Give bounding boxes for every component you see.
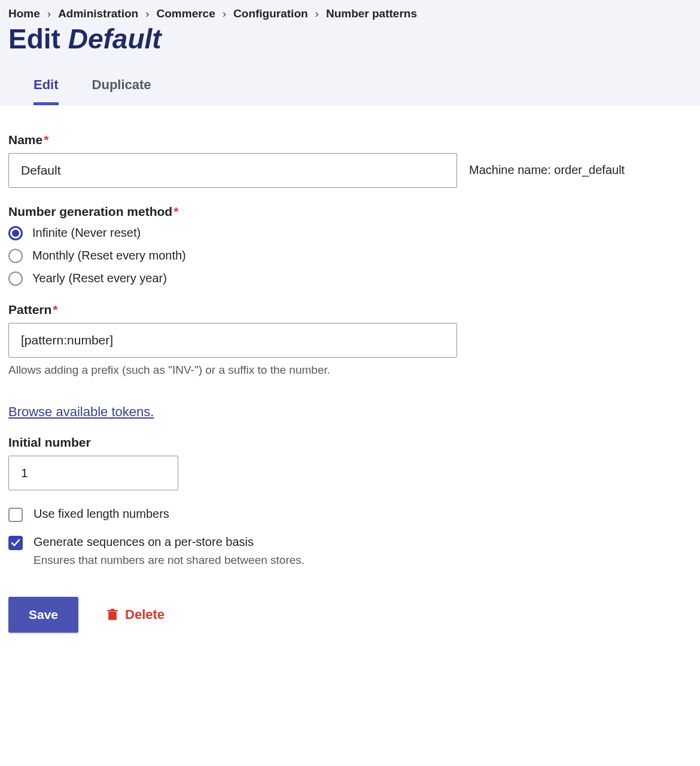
radio-monthly[interactable] [8, 249, 23, 263]
breadcrumb: Home › Administration › Commerce › Confi… [8, 7, 692, 20]
machine-name-label: Machine name: [469, 163, 554, 176]
initial-number-field[interactable] [8, 456, 178, 490]
breadcrumb-item-administration[interactable]: Administration [58, 7, 138, 20]
check-icon [11, 538, 20, 548]
chevron-right-icon: › [44, 7, 54, 20]
browse-tokens-link[interactable]: Browse available tokens. [8, 404, 154, 420]
svg-rect-0 [108, 612, 117, 620]
chevron-right-icon: › [142, 7, 153, 20]
chevron-right-icon: › [219, 7, 230, 20]
radio-yearly[interactable] [8, 271, 23, 286]
chevron-right-icon: › [312, 7, 322, 20]
radio-yearly-label: Yearly (Reset every year) [32, 271, 167, 285]
per-store-description: Ensures that numbers are not shared betw… [34, 554, 305, 567]
delete-button[interactable]: Delete [104, 606, 168, 623]
per-store-checkbox[interactable] [8, 536, 23, 550]
breadcrumb-item-commerce[interactable]: Commerce [157, 7, 215, 20]
radio-option-yearly[interactable]: Yearly (Reset every year) [8, 271, 692, 286]
machine-name-display: Machine name: order_default [469, 163, 625, 177]
tab-edit[interactable]: Edit [34, 71, 59, 105]
breadcrumb-item-home[interactable]: Home [8, 7, 40, 20]
trash-icon [107, 609, 118, 621]
initial-number-label: Initial number [8, 435, 692, 450]
pattern-label-text: Pattern [8, 303, 51, 316]
page-title-entity: Default [68, 23, 162, 54]
required-marker: * [44, 133, 48, 147]
fixed-length-checkbox[interactable] [8, 508, 23, 522]
page-title: Edit Default [8, 24, 692, 54]
breadcrumb-item-number-patterns[interactable]: Number patterns [326, 7, 417, 20]
breadcrumb-item-configuration[interactable]: Configuration [233, 7, 308, 20]
fixed-length-label: Use fixed length numbers [34, 507, 169, 521]
required-marker: * [53, 303, 57, 316]
radio-option-infinite[interactable]: Infinite (Never reset) [8, 226, 692, 240]
generation-method-label-text: Number generation method [8, 205, 172, 218]
generation-method-label: Number generation method* [8, 205, 692, 219]
radio-infinite[interactable] [8, 226, 23, 240]
machine-name-value: order_default [554, 163, 625, 176]
tab-duplicate[interactable]: Duplicate [92, 71, 151, 105]
name-label: Name* [8, 133, 692, 147]
primary-tabs: Edit Duplicate [8, 71, 692, 105]
delete-button-label: Delete [125, 607, 165, 622]
name-field[interactable] [8, 153, 457, 188]
svg-rect-2 [111, 609, 114, 611]
radio-option-monthly[interactable]: Monthly (Reset every month) [8, 249, 692, 263]
pattern-description: Allows adding a prefix (such as "INV-") … [8, 364, 692, 377]
radio-infinite-label: Infinite (Never reset) [32, 226, 141, 240]
per-store-label: Generate sequences on a per-store basis [34, 535, 305, 549]
save-button[interactable]: Save [8, 597, 78, 633]
fixed-length-option[interactable]: Use fixed length numbers [8, 507, 692, 522]
pattern-label: Pattern* [8, 303, 692, 317]
page-title-prefix: Edit [8, 23, 68, 54]
radio-monthly-label: Monthly (Reset every month) [32, 249, 186, 263]
per-store-option[interactable]: Generate sequences on a per-store basis … [8, 535, 692, 567]
pattern-field[interactable] [8, 323, 457, 358]
name-label-text: Name [8, 133, 42, 147]
required-marker: * [174, 205, 178, 218]
